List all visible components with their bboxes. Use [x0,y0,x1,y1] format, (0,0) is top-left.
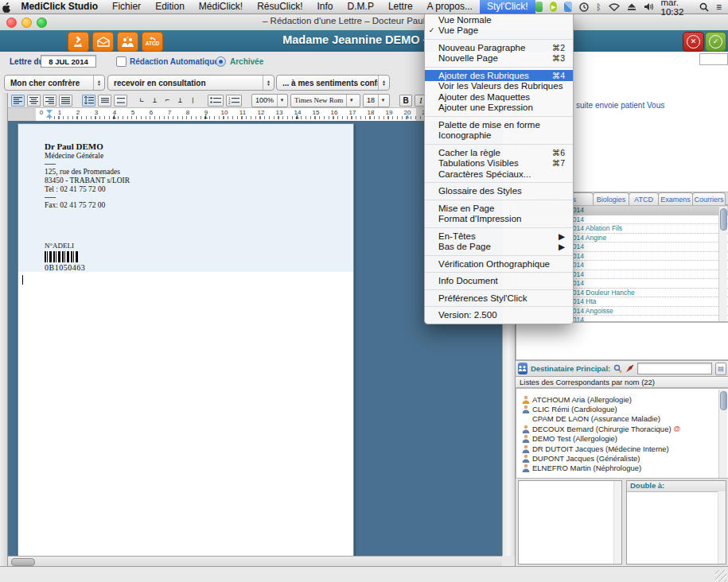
font-combo[interactable]: Times New Rom▼ [290,94,360,107]
spotlight-search-icon[interactable] [699,2,709,12]
menu-item-en-t-tes[interactable]: En-Têtes▶ [425,231,573,242]
outline-list-button[interactable]: 12 [226,95,242,107]
menu-item-format-d-impression[interactable]: Format d'Impression [425,214,573,225]
menubar-item-m-diclick-[interactable]: MédiClick! [192,0,250,14]
volume-icon[interactable] [644,2,654,11]
cancel-letter-button[interactable]: ✕ [683,32,704,52]
tab-stop-marker-icon[interactable]: ⊥ [204,113,208,120]
recipients-icon[interactable] [518,363,528,374]
wifi-icon[interactable] [609,2,620,11]
menu-item-vue-page[interactable]: ✓Vue Page [425,25,573,37]
window-zoom-button[interactable] [37,17,47,28]
menubar-item-info[interactable]: Info [310,0,341,14]
mini-field[interactable] [699,53,728,65]
align-right-button[interactable] [43,95,56,107]
correspondent-row[interactable]: DECOUX Bernard (Chirurgie Thoracique)@ [516,424,728,433]
tab-bar-icon[interactable]: ❘ [188,96,198,104]
history-scrollbar[interactable] [718,207,727,322]
tab-courriers[interactable]: Courriers [692,192,726,205]
greeting-dropdown[interactable]: Mon cher confrère▲▼ [4,75,105,91]
tab-center-icon[interactable]: ⊥ [150,96,160,104]
menu-item-nouvelle-page[interactable]: Nouvelle Page⌘3 [425,53,573,64]
bluetooth-icon[interactable]: ᛒ [596,2,601,12]
menu-item-bas-de-page[interactable]: Bas de Page▶ [425,242,573,253]
window-minimize-button[interactable] [21,17,32,28]
menu-item-glossaire-des-styles[interactable]: Glossaire des Styles [425,186,573,197]
menu-item-nouveau-paragraphe[interactable]: Nouveau Paragraphe⌘2 [425,42,573,53]
menubar-item-r-suclick-[interactable]: RésuClick! [250,0,309,14]
menu-item-ajouter-des-rubriques[interactable]: Ajouter des Rubriques⌘4 [425,70,573,81]
recipient-list-button[interactable]: ▤ [715,363,726,375]
menubar-item-fichier[interactable]: Fichier [105,0,148,14]
tab-stop-marker-icon[interactable]: ⊥ [296,113,300,120]
correspondent-row[interactable]: ATCHOUM Aria (Allergologie) [516,394,728,404]
menu-item-tabulations-visibles[interactable]: Tabulations Visibles⌘7 [425,158,573,169]
dart-icon[interactable] [625,362,634,376]
app-icon-play[interactable]: ▶ [550,2,557,12]
app-icon-grid[interactable] [564,2,571,12]
history-detail-box[interactable] [516,322,728,360]
right-indent-marker-icon[interactable]: ▲ [404,113,411,120]
line-spacing-button[interactable] [82,95,95,107]
app-icon-green[interactable] [535,2,543,12]
redaction-automatique-checkbox[interactable] [116,56,127,67]
correspondent-row[interactable]: DUPONT Jacques (Généraliste) [516,453,728,463]
tab-examens[interactable]: Examens [658,192,693,205]
motif-dropdown[interactable]: recevoir en consultation▲▼ [107,75,274,91]
menu-item-caract-res-sp-ciaux-[interactable]: Caractères Spéciaux... [425,169,573,180]
indent-marker-icon[interactable] [46,110,53,118]
correspondents-scrollbar[interactable] [718,390,727,479]
menu-item-v-rification-orthographique[interactable]: Vérification Orthographique [425,258,573,270]
double-a-box[interactable]: Double à: [626,480,726,565]
scrollbar-thumb[interactable] [11,558,35,566]
correspondents-list[interactable]: ATCHOUM Aria (Allergologie)CLIC Rémi (Ca… [516,388,728,479]
align-center-button[interactable] [27,95,41,107]
menubar-item-a-propos-[interactable]: A propos... [420,0,480,14]
apple-menu-icon[interactable] [0,1,14,12]
menubar-item-styl-click-[interactable]: Styl'Click! [480,0,535,14]
menubar-item-lettre[interactable]: Lettre [381,0,420,14]
menubar-item-mediclick-studio[interactable]: MediClick Studio [14,0,105,14]
scrollbar-thumb[interactable] [720,208,727,231]
validate-letter-button[interactable]: ✓ [705,32,726,52]
tab-atcd[interactable]: ATCD [629,192,659,205]
align-justify-button[interactable] [59,95,72,107]
menubar-item-d-m-p[interactable]: D.M.P [341,0,381,14]
time-machine-icon[interactable] [579,2,589,12]
editor-horizontal-scrollbar[interactable] [8,556,502,566]
tab-biologies[interactable]: Biologies [593,192,629,205]
window-close-button[interactable] [6,17,17,28]
tab-decimal-icon[interactable]: ⊥ [175,96,185,104]
double-spacing-button[interactable] [114,95,127,107]
bold-button[interactable]: B [399,95,412,107]
numbered-list-button[interactable] [208,95,224,107]
correspondent-row[interactable]: DR DUTOIT Jacques (Médecine Interne) [516,444,728,453]
font-size-combo[interactable]: 18▼ [363,94,390,107]
tab-right-icon[interactable]: ⌐ [162,96,173,104]
menu-item-palette-de-mise-en-forme[interactable]: Palette de mise en forme [425,119,573,130]
menu-item-version-2-500[interactable]: Version: 2.500 [425,310,573,321]
correspondent-row[interactable]: ELNEFRO Martin (Néphrologue) [516,464,728,473]
tab-left-icon[interactable]: ∟ [137,96,147,104]
align-left-button[interactable] [11,95,25,107]
search-correspondent-icon[interactable] [613,362,622,376]
archivee-radio[interactable] [216,56,226,67]
menu-item-voir-les-valeurs-des-rubriques[interactable]: Voir les Valeurs des Rubriques [425,81,573,92]
menu-item-info-document[interactable]: Info Document [425,276,573,287]
resize-grip[interactable] [715,570,726,581]
copy-recipients-box[interactable] [518,480,622,565]
letter-page[interactable]: Dr Paul DEMO Médecine Générale 125, rue … [18,123,354,556]
menu-item-ajouter-des-maquettes[interactable]: Ajouter des Maquettes [425,91,573,103]
eject-icon[interactable] [627,2,637,11]
correspondent-row[interactable]: CPAM DE LAON (Assurance Maladie) [516,414,728,424]
menu-item-pr-f-rences-styl-click[interactable]: Préférences Styl'Click [425,293,573,304]
left-drawer-strip[interactable] [0,93,8,566]
closing-dropdown[interactable]: ... à mes sentiments confrater...▲▼ [276,75,390,91]
menubar-clock[interactable]: mar. 10:32 [661,0,692,17]
single-spacing-button[interactable] [98,95,111,107]
letter-date-field[interactable]: 8 JUL 2014 [41,55,96,68]
correspondent-row[interactable]: DEMO Test (Allergologie) [516,434,728,444]
menu-item-mise-en-page[interactable]: Mise en Page [425,203,573,214]
menubar-item-edition[interactable]: Edition [148,0,192,14]
destinataire-input[interactable] [637,363,712,374]
